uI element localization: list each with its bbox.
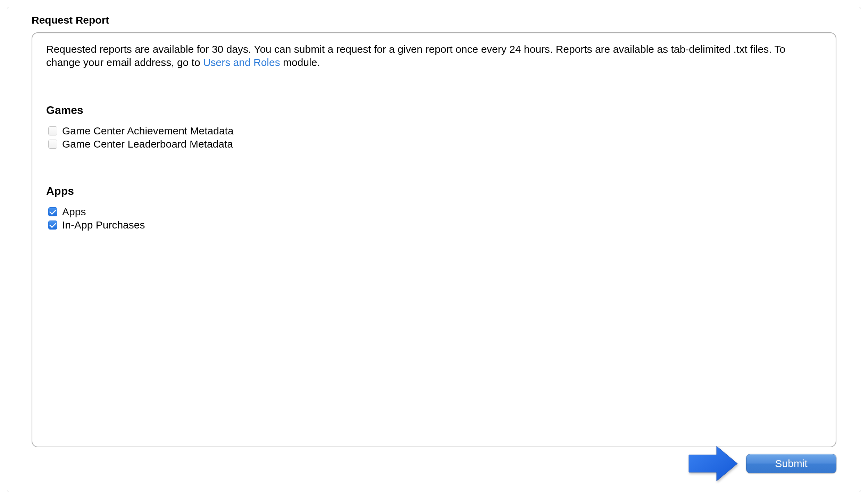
checkbox-apps[interactable] <box>48 207 57 216</box>
checkbox-label-apps[interactable]: Apps <box>62 206 86 218</box>
section-games: Games Game Center Achievement Metadata G… <box>46 104 822 150</box>
checkbox-row-iap[interactable]: In-App Purchases <box>46 219 822 231</box>
page-title: Request Report <box>32 14 836 26</box>
description-after: module. <box>280 57 320 68</box>
description-text: Requested reports are available for 30 d… <box>46 43 822 69</box>
report-panel: Requested reports are available for 30 d… <box>32 32 836 447</box>
section-heading-games: Games <box>46 104 822 117</box>
footer: Submit <box>687 444 836 483</box>
checkbox-row-leaderboard[interactable]: Game Center Leaderboard Metadata <box>46 138 822 150</box>
submit-button[interactable]: Submit <box>746 454 836 473</box>
checkbox-row-achievement[interactable]: Game Center Achievement Metadata <box>46 125 822 137</box>
users-and-roles-link[interactable]: Users and Roles <box>203 57 280 68</box>
section-apps: Apps Apps In-App Purchases <box>46 185 822 231</box>
section-heading-apps: Apps <box>46 185 822 198</box>
checkbox-achievement[interactable] <box>48 126 57 135</box>
arrow-right-icon <box>687 444 739 483</box>
checkbox-leaderboard[interactable] <box>48 140 57 149</box>
request-report-container: Request Report Requested reports are ava… <box>7 7 861 492</box>
checkbox-label-achievement[interactable]: Game Center Achievement Metadata <box>62 125 234 137</box>
checkbox-label-leaderboard[interactable]: Game Center Leaderboard Metadata <box>62 138 233 150</box>
description-before: Requested reports are available for 30 d… <box>46 43 785 68</box>
checkbox-iap[interactable] <box>48 221 57 230</box>
checkbox-label-iap[interactable]: In-App Purchases <box>62 219 145 231</box>
checkbox-row-apps[interactable]: Apps <box>46 206 822 218</box>
divider <box>46 76 822 76</box>
